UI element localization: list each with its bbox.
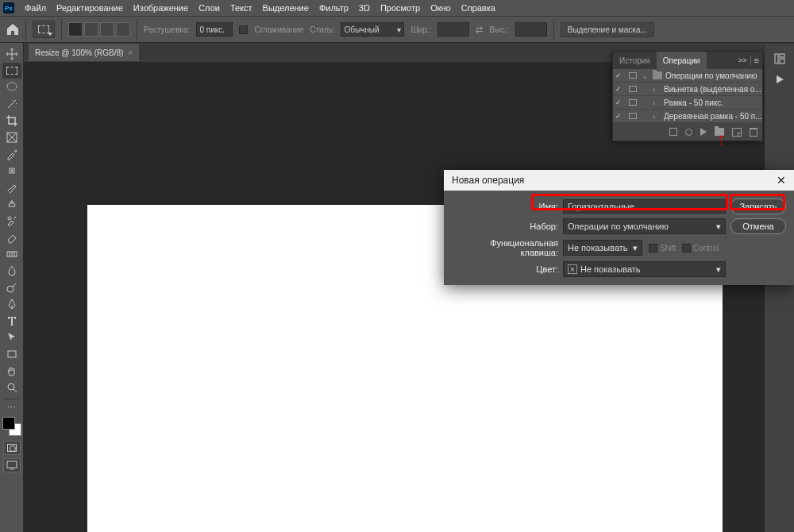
style-select[interactable]: Обычный▾ <box>341 22 404 37</box>
dialog-toggle[interactable] <box>627 99 638 106</box>
play-icon[interactable] <box>700 128 707 136</box>
blur-tool[interactable] <box>2 263 21 279</box>
check-icon[interactable]: ✓ <box>613 71 624 79</box>
menu-edit[interactable]: Редактирование <box>56 3 123 13</box>
eyedropper-tool[interactable] <box>2 146 21 162</box>
menu-layers[interactable]: Слои <box>198 3 220 13</box>
actions-row[interactable]: ✓ › Виьнетка (выделенная о... <box>613 83 762 96</box>
crop-tool[interactable] <box>2 113 21 129</box>
menu-view[interactable]: Просмотр <box>380 3 420 13</box>
record-button[interactable]: Записать <box>730 199 786 214</box>
check-icon[interactable]: ✓ <box>613 112 624 120</box>
tab-history[interactable]: История <box>613 52 657 69</box>
new-action-icon[interactable] <box>732 128 742 137</box>
tool-preset-picker[interactable] <box>33 21 55 38</box>
close-icon[interactable]: ✕ <box>777 174 786 187</box>
marquee-tool[interactable] <box>2 63 21 79</box>
quick-mask-toggle[interactable] <box>3 441 21 455</box>
tab-actions[interactable]: Операции <box>657 52 707 69</box>
home-icon[interactable] <box>6 23 19 36</box>
type-tool[interactable] <box>2 313 21 329</box>
shape-tool[interactable] <box>2 346 21 362</box>
set-label: Набор: <box>452 222 558 231</box>
chevron-right-icon[interactable]: › <box>653 98 661 107</box>
options-bar: Растушевка: Сглаживание Стиль: Обычный▾ … <box>0 16 794 43</box>
chevron-down-icon[interactable]: ⌄ <box>642 71 649 80</box>
record-icon[interactable] <box>685 129 692 136</box>
mode-subtract[interactable] <box>100 22 114 37</box>
dialog-toggle[interactable] <box>627 86 638 92</box>
width-input[interactable] <box>437 22 469 37</box>
brush-tool[interactable] <box>2 179 21 195</box>
eraser-tool[interactable] <box>2 229 21 245</box>
actions-row[interactable]: ✓ › Деревянная рамка - 50 п... <box>613 110 762 123</box>
swap-icon[interactable]: ⇄ <box>476 25 483 35</box>
menu-file[interactable]: Файл <box>25 3 46 13</box>
clone-stamp-tool[interactable] <box>2 196 21 212</box>
lasso-tool[interactable] <box>2 79 21 95</box>
height-label: Выс.: <box>489 25 508 34</box>
healing-brush-tool[interactable] <box>2 163 21 179</box>
screen-mode-toggle[interactable] <box>3 458 21 472</box>
edit-toolbar[interactable]: ⋯ <box>2 402 21 413</box>
dock-play-icon[interactable] <box>772 71 788 87</box>
right-dock <box>764 44 794 532</box>
dialog-toggle[interactable] <box>627 113 638 119</box>
menu-window[interactable]: Окно <box>430 3 451 13</box>
zoom-tool[interactable] <box>2 380 21 395</box>
cancel-button[interactable]: Отмена <box>730 218 786 234</box>
color-swatches[interactable] <box>2 417 21 436</box>
selection-mode-group <box>68 22 130 37</box>
svg-rect-8 <box>7 461 17 468</box>
chevron-right-icon[interactable]: › <box>653 85 661 94</box>
feather-input[interactable] <box>196 22 233 37</box>
dodge-tool[interactable] <box>2 279 21 295</box>
menu-help[interactable]: Справка <box>461 3 495 13</box>
annotation-arrow: ↑ <box>718 129 725 150</box>
color-select[interactable]: ×Не показывать▾ <box>563 261 726 277</box>
move-tool[interactable] <box>2 46 21 62</box>
select-and-mask-button[interactable]: Выделение и маска... <box>561 22 654 37</box>
control-checkbox[interactable] <box>682 244 691 253</box>
actions-list: ✓ ⌄ Операции по умолчанию ✓ › Виьнетка (… <box>613 69 762 123</box>
actions-panel: История Операции >> ≡ ✓ ⌄ Операции по ум… <box>612 51 763 141</box>
menu-image[interactable]: Изображение <box>133 3 188 13</box>
menu-bar: Ps Файл Редактирование Изображение Слои … <box>0 0 794 16</box>
actions-row[interactable]: ✓ › Рамка - 50 пикс. <box>613 96 762 110</box>
mode-add[interactable] <box>84 22 98 37</box>
pen-tool[interactable] <box>2 296 21 312</box>
frame-tool[interactable] <box>2 129 21 145</box>
close-icon[interactable]: × <box>128 48 133 57</box>
chevron-right-icon[interactable]: › <box>653 112 661 121</box>
check-icon[interactable]: ✓ <box>613 98 624 106</box>
actions-row[interactable]: ✓ ⌄ Операции по умолчанию <box>613 69 762 83</box>
name-input[interactable] <box>563 199 726 214</box>
set-select[interactable]: Операции по умолчанию▾ <box>563 218 726 234</box>
feather-label: Растушевка: <box>144 25 190 34</box>
path-selection-tool[interactable] <box>2 330 21 345</box>
shift-label: Shift <box>660 244 676 253</box>
check-icon[interactable]: ✓ <box>613 85 624 93</box>
shift-checkbox[interactable] <box>649 244 657 253</box>
menu-filter[interactable]: Фильтр <box>319 3 349 13</box>
panel-collapse-icon[interactable]: >> <box>738 56 747 64</box>
mode-intersect[interactable] <box>116 22 130 37</box>
document-tab[interactable]: Resize @ 100% (RGB/8) × <box>29 44 139 61</box>
height-input[interactable] <box>515 22 547 37</box>
dock-properties-icon[interactable] <box>772 51 788 67</box>
gradient-tool[interactable] <box>2 246 21 262</box>
panel-menu-icon[interactable]: ≡ <box>754 56 759 65</box>
mode-new[interactable] <box>68 22 83 37</box>
antialias-checkbox[interactable] <box>239 25 248 34</box>
magic-wand-tool[interactable] <box>2 96 21 112</box>
fkey-select[interactable]: Не показывать▾ <box>563 240 642 256</box>
menu-select[interactable]: Выделение <box>263 3 309 13</box>
trash-icon[interactable] <box>750 128 757 137</box>
stop-icon[interactable] <box>669 128 677 136</box>
menu-3d[interactable]: 3D <box>359 3 370 13</box>
hand-tool[interactable] <box>2 363 21 379</box>
foreground-color[interactable] <box>2 417 15 430</box>
menu-text[interactable]: Текст <box>230 3 252 13</box>
history-brush-tool[interactable] <box>2 213 21 229</box>
dialog-toggle[interactable] <box>627 72 638 79</box>
